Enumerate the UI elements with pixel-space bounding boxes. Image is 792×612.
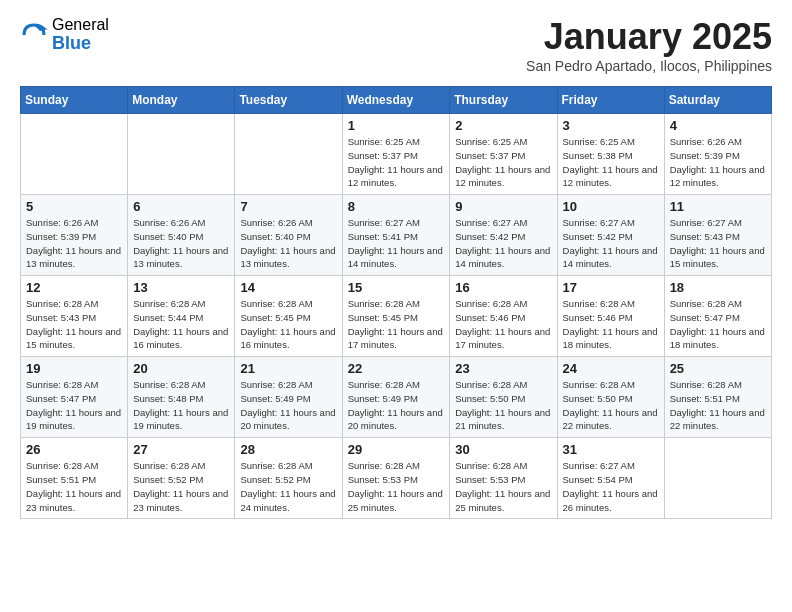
day-info: Sunrise: 6:26 AM Sunset: 5:39 PM Dayligh… [670, 135, 766, 190]
week-row-2: 5Sunrise: 6:26 AM Sunset: 5:39 PM Daylig… [21, 195, 772, 276]
day-info: Sunrise: 6:28 AM Sunset: 5:50 PM Dayligh… [563, 378, 659, 433]
day-info: Sunrise: 6:28 AM Sunset: 5:47 PM Dayligh… [670, 297, 766, 352]
day-info: Sunrise: 6:28 AM Sunset: 5:45 PM Dayligh… [348, 297, 445, 352]
logo: General Blue [20, 16, 109, 53]
day-number: 1 [348, 118, 445, 133]
calendar-table: SundayMondayTuesdayWednesdayThursdayFrid… [20, 86, 772, 519]
day-cell: 25Sunrise: 6:28 AM Sunset: 5:51 PM Dayli… [664, 357, 771, 438]
day-cell: 7Sunrise: 6:26 AM Sunset: 5:40 PM Daylig… [235, 195, 342, 276]
day-number: 25 [670, 361, 766, 376]
day-cell: 11Sunrise: 6:27 AM Sunset: 5:43 PM Dayli… [664, 195, 771, 276]
day-number: 11 [670, 199, 766, 214]
logo-text: General Blue [52, 16, 109, 53]
day-info: Sunrise: 6:28 AM Sunset: 5:44 PM Dayligh… [133, 297, 229, 352]
day-number: 15 [348, 280, 445, 295]
day-info: Sunrise: 6:28 AM Sunset: 5:46 PM Dayligh… [455, 297, 551, 352]
day-info: Sunrise: 6:28 AM Sunset: 5:53 PM Dayligh… [455, 459, 551, 514]
day-number: 27 [133, 442, 229, 457]
day-info: Sunrise: 6:27 AM Sunset: 5:54 PM Dayligh… [563, 459, 659, 514]
day-number: 2 [455, 118, 551, 133]
day-number: 6 [133, 199, 229, 214]
weekday-header-wednesday: Wednesday [342, 87, 450, 114]
day-number: 16 [455, 280, 551, 295]
day-cell: 22Sunrise: 6:28 AM Sunset: 5:49 PM Dayli… [342, 357, 450, 438]
day-cell: 13Sunrise: 6:28 AM Sunset: 5:44 PM Dayli… [128, 276, 235, 357]
day-cell: 1Sunrise: 6:25 AM Sunset: 5:37 PM Daylig… [342, 114, 450, 195]
day-cell: 24Sunrise: 6:28 AM Sunset: 5:50 PM Dayli… [557, 357, 664, 438]
day-number: 8 [348, 199, 445, 214]
day-info: Sunrise: 6:28 AM Sunset: 5:48 PM Dayligh… [133, 378, 229, 433]
day-cell: 27Sunrise: 6:28 AM Sunset: 5:52 PM Dayli… [128, 438, 235, 519]
day-info: Sunrise: 6:28 AM Sunset: 5:52 PM Dayligh… [133, 459, 229, 514]
day-cell: 20Sunrise: 6:28 AM Sunset: 5:48 PM Dayli… [128, 357, 235, 438]
day-number: 22 [348, 361, 445, 376]
day-number: 28 [240, 442, 336, 457]
calendar-location: San Pedro Apartado, Ilocos, Philippines [526, 58, 772, 74]
day-number: 9 [455, 199, 551, 214]
day-cell [235, 114, 342, 195]
day-cell: 8Sunrise: 6:27 AM Sunset: 5:41 PM Daylig… [342, 195, 450, 276]
day-info: Sunrise: 6:28 AM Sunset: 5:49 PM Dayligh… [240, 378, 336, 433]
day-number: 30 [455, 442, 551, 457]
day-info: Sunrise: 6:26 AM Sunset: 5:39 PM Dayligh… [26, 216, 122, 271]
day-number: 17 [563, 280, 659, 295]
weekday-header-tuesday: Tuesday [235, 87, 342, 114]
day-info: Sunrise: 6:28 AM Sunset: 5:50 PM Dayligh… [455, 378, 551, 433]
day-cell: 14Sunrise: 6:28 AM Sunset: 5:45 PM Dayli… [235, 276, 342, 357]
day-cell: 3Sunrise: 6:25 AM Sunset: 5:38 PM Daylig… [557, 114, 664, 195]
day-number: 14 [240, 280, 336, 295]
day-number: 21 [240, 361, 336, 376]
day-info: Sunrise: 6:27 AM Sunset: 5:42 PM Dayligh… [455, 216, 551, 271]
weekday-header-saturday: Saturday [664, 87, 771, 114]
day-cell: 23Sunrise: 6:28 AM Sunset: 5:50 PM Dayli… [450, 357, 557, 438]
day-cell: 17Sunrise: 6:28 AM Sunset: 5:46 PM Dayli… [557, 276, 664, 357]
day-info: Sunrise: 6:25 AM Sunset: 5:37 PM Dayligh… [455, 135, 551, 190]
day-number: 10 [563, 199, 659, 214]
day-cell: 18Sunrise: 6:28 AM Sunset: 5:47 PM Dayli… [664, 276, 771, 357]
day-info: Sunrise: 6:27 AM Sunset: 5:41 PM Dayligh… [348, 216, 445, 271]
logo-blue: Blue [52, 34, 109, 54]
day-info: Sunrise: 6:28 AM Sunset: 5:47 PM Dayligh… [26, 378, 122, 433]
day-cell: 31Sunrise: 6:27 AM Sunset: 5:54 PM Dayli… [557, 438, 664, 519]
day-info: Sunrise: 6:26 AM Sunset: 5:40 PM Dayligh… [240, 216, 336, 271]
day-info: Sunrise: 6:28 AM Sunset: 5:49 PM Dayligh… [348, 378, 445, 433]
day-cell: 28Sunrise: 6:28 AM Sunset: 5:52 PM Dayli… [235, 438, 342, 519]
weekday-header-friday: Friday [557, 87, 664, 114]
day-cell: 30Sunrise: 6:28 AM Sunset: 5:53 PM Dayli… [450, 438, 557, 519]
day-number: 7 [240, 199, 336, 214]
day-info: Sunrise: 6:27 AM Sunset: 5:42 PM Dayligh… [563, 216, 659, 271]
day-number: 13 [133, 280, 229, 295]
day-number: 20 [133, 361, 229, 376]
weekday-header-monday: Monday [128, 87, 235, 114]
day-info: Sunrise: 6:28 AM Sunset: 5:45 PM Dayligh… [240, 297, 336, 352]
day-info: Sunrise: 6:25 AM Sunset: 5:37 PM Dayligh… [348, 135, 445, 190]
week-row-5: 26Sunrise: 6:28 AM Sunset: 5:51 PM Dayli… [21, 438, 772, 519]
day-info: Sunrise: 6:28 AM Sunset: 5:51 PM Dayligh… [26, 459, 122, 514]
day-number: 24 [563, 361, 659, 376]
day-info: Sunrise: 6:28 AM Sunset: 5:51 PM Dayligh… [670, 378, 766, 433]
day-cell: 9Sunrise: 6:27 AM Sunset: 5:42 PM Daylig… [450, 195, 557, 276]
day-info: Sunrise: 6:26 AM Sunset: 5:40 PM Dayligh… [133, 216, 229, 271]
day-number: 12 [26, 280, 122, 295]
weekday-header-sunday: Sunday [21, 87, 128, 114]
day-cell [21, 114, 128, 195]
day-cell: 5Sunrise: 6:26 AM Sunset: 5:39 PM Daylig… [21, 195, 128, 276]
day-number: 5 [26, 199, 122, 214]
weekday-header-thursday: Thursday [450, 87, 557, 114]
day-info: Sunrise: 6:28 AM Sunset: 5:43 PM Dayligh… [26, 297, 122, 352]
day-number: 26 [26, 442, 122, 457]
week-row-1: 1Sunrise: 6:25 AM Sunset: 5:37 PM Daylig… [21, 114, 772, 195]
page-header: General Blue January 2025 San Pedro Apar… [20, 16, 772, 74]
day-cell [664, 438, 771, 519]
day-number: 29 [348, 442, 445, 457]
day-number: 23 [455, 361, 551, 376]
day-info: Sunrise: 6:28 AM Sunset: 5:46 PM Dayligh… [563, 297, 659, 352]
day-number: 4 [670, 118, 766, 133]
day-cell: 21Sunrise: 6:28 AM Sunset: 5:49 PM Dayli… [235, 357, 342, 438]
day-cell: 4Sunrise: 6:26 AM Sunset: 5:39 PM Daylig… [664, 114, 771, 195]
week-row-4: 19Sunrise: 6:28 AM Sunset: 5:47 PM Dayli… [21, 357, 772, 438]
day-info: Sunrise: 6:28 AM Sunset: 5:52 PM Dayligh… [240, 459, 336, 514]
day-number: 31 [563, 442, 659, 457]
day-cell: 6Sunrise: 6:26 AM Sunset: 5:40 PM Daylig… [128, 195, 235, 276]
day-number: 19 [26, 361, 122, 376]
